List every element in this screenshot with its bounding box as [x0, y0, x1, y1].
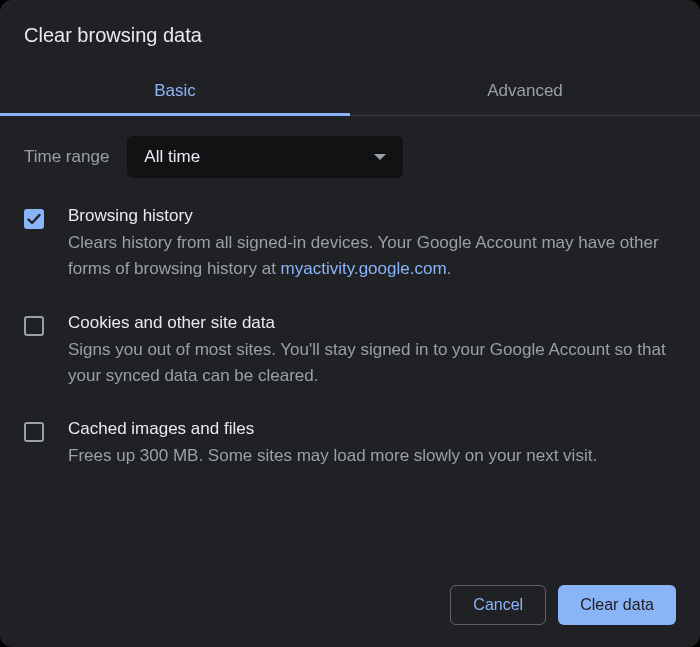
option-browsing-history: Browsing history Clears history from all… — [24, 206, 676, 283]
time-range-label: Time range — [24, 147, 109, 167]
tab-advanced[interactable]: Advanced — [350, 67, 700, 115]
option-text: Cached images and files Frees up 300 MB.… — [68, 419, 676, 469]
cancel-button[interactable]: Cancel — [450, 585, 546, 625]
dialog-title: Clear browsing data — [0, 0, 700, 67]
option-desc: Clears history from all signed-in device… — [68, 230, 676, 283]
chevron-down-icon — [374, 154, 386, 160]
myactivity-link[interactable]: myactivity.google.com — [281, 259, 447, 278]
time-range-value: All time — [144, 147, 200, 167]
dialog-footer: Cancel Clear data — [0, 567, 700, 647]
option-cache: Cached images and files Frees up 300 MB.… — [24, 419, 676, 469]
clear-data-button[interactable]: Clear data — [558, 585, 676, 625]
tab-bar: Basic Advanced — [0, 67, 700, 116]
option-cookies: Cookies and other site data Signs you ou… — [24, 313, 676, 390]
dialog-body: Time range All time Browsing history Cle… — [0, 116, 700, 567]
option-title: Cookies and other site data — [68, 313, 676, 333]
checkmark-icon — [25, 210, 43, 228]
tab-basic[interactable]: Basic — [0, 67, 350, 115]
checkbox-cache[interactable] — [24, 422, 44, 442]
time-range-select[interactable]: All time — [127, 136, 403, 178]
checkbox-cookies[interactable] — [24, 316, 44, 336]
tab-advanced-label: Advanced — [487, 81, 563, 100]
option-text: Cookies and other site data Signs you ou… — [68, 313, 676, 390]
option-desc: Frees up 300 MB. Some sites may load mor… — [68, 443, 676, 469]
checkbox-browsing-history[interactable] — [24, 209, 44, 229]
option-title: Browsing history — [68, 206, 676, 226]
clear-browsing-data-dialog: Clear browsing data Basic Advanced Time … — [0, 0, 700, 647]
option-desc: Signs you out of most sites. You'll stay… — [68, 337, 676, 390]
tab-basic-label: Basic — [154, 81, 196, 100]
option-desc-post: . — [447, 259, 452, 278]
time-range-row: Time range All time — [24, 136, 676, 178]
option-title: Cached images and files — [68, 419, 676, 439]
option-text: Browsing history Clears history from all… — [68, 206, 676, 283]
